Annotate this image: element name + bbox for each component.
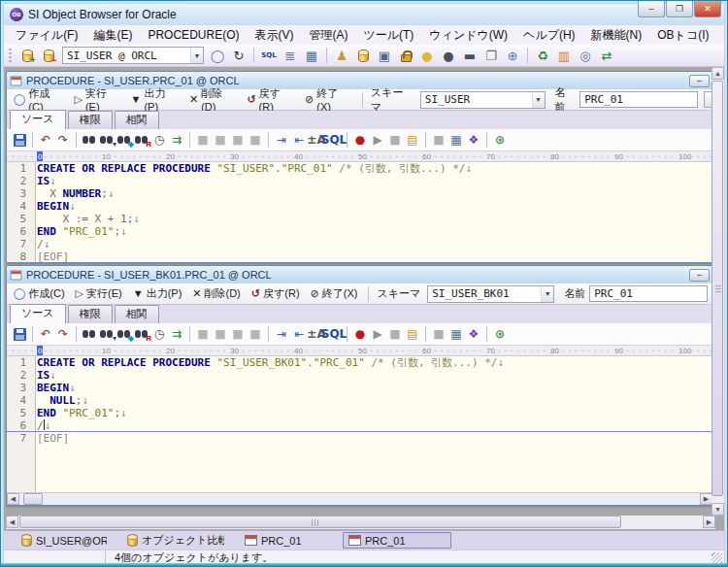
- mdi-horizontal-scrollbar[interactable]: ◀ ▶: [6, 516, 715, 529]
- macro-record-button[interactable]: ●: [351, 131, 369, 149]
- code-line[interactable]: 5END "PRC_01";↓: [7, 407, 712, 419]
- code-line[interactable]: 4BEGIN↓: [7, 200, 712, 213]
- child-minimize-button[interactable]: –: [689, 75, 710, 87]
- execute-button[interactable]: ▷実行(E): [76, 286, 122, 301]
- macro-play-button[interactable]: ▶: [369, 131, 386, 149]
- compile-button[interactable]: ⊛: [491, 131, 509, 149]
- code-line[interactable]: 7/↓: [7, 238, 712, 250]
- scroll-down-icon[interactable]: ▼: [711, 503, 724, 516]
- source-editor[interactable]: 1CREATE OR REPLACE PROCEDURE "SI_USER_BK…: [7, 356, 712, 492]
- user-button[interactable]: ♟: [332, 46, 351, 65]
- sql-format-button[interactable]: SQL: [325, 325, 343, 343]
- database-list-button[interactable]: [353, 46, 373, 65]
- script-button[interactable]: ≣: [281, 46, 300, 65]
- save-button[interactable]: [11, 131, 28, 149]
- scrollbar-thumb[interactable]: [711, 81, 723, 496]
- create-button[interactable]: ◯作成(C): [14, 86, 63, 113]
- outdent-button[interactable]: ⇤: [290, 325, 308, 343]
- menu-item-3[interactable]: 表示(V): [247, 25, 301, 45]
- code-line[interactable]: 5 X := X + 1;↓: [7, 213, 712, 225]
- code-line[interactable]: 3 X NUMBER;↓: [7, 187, 712, 200]
- revert-button[interactable]: ↺戻す(R): [251, 286, 300, 301]
- scrollbar-thumb[interactable]: [19, 516, 621, 528]
- find-next-button[interactable]: ▾: [98, 131, 116, 149]
- indent-button[interactable]: ⇥: [273, 131, 290, 149]
- dictionary-button[interactable]: ❖: [465, 325, 482, 343]
- toolbar-grip[interactable]: [9, 49, 12, 63]
- minimize-button[interactable]: –: [638, 1, 665, 17]
- source-editor[interactable]: 1CREATE OR REPLACE PROCEDURE "SI_USER"."…: [7, 162, 712, 262]
- taskbar-item-1[interactable]: オブジェクト比較: [121, 532, 230, 549]
- macro-stop-button[interactable]: ■: [386, 131, 404, 149]
- outdent-button[interactable]: ⇤: [290, 131, 308, 149]
- schema-combobox[interactable]: SI_USER_BK01 ▼: [427, 285, 554, 303]
- scrollbar-thumb[interactable]: [23, 493, 43, 505]
- scroll-right-icon[interactable]: ▶: [703, 516, 715, 528]
- maximize-button[interactable]: ❐: [666, 1, 693, 17]
- menu-item-7[interactable]: ヘルプ(H): [515, 25, 583, 45]
- tab-1[interactable]: 権限: [68, 111, 113, 129]
- taskbar-item-3[interactable]: PRC_01: [343, 532, 451, 549]
- code-line[interactable]: 2IS↓: [7, 175, 712, 187]
- revert-button[interactable]: ↺戻す(R): [247, 86, 294, 113]
- profile-button[interactable]: ▬: [460, 46, 480, 65]
- goto-line-button[interactable]: ⇉: [168, 325, 185, 343]
- dictionary-button[interactable]: ❖: [465, 131, 482, 149]
- compile-button[interactable]: ⊛: [491, 325, 509, 343]
- code-line[interactable]: 1CREATE OR REPLACE PROCEDURE "SI_USER"."…: [7, 162, 712, 175]
- chevron-down-icon[interactable]: ▼: [541, 286, 553, 302]
- replace-button[interactable]: R: [133, 325, 150, 343]
- chevron-down-icon[interactable]: ▼: [190, 48, 203, 63]
- data-grid-button[interactable]: ▦: [447, 325, 465, 343]
- code-line[interactable]: 1CREATE OR REPLACE PROCEDURE "SI_USER_BK…: [7, 356, 712, 369]
- taskbar-item-2[interactable]: PRC_01: [239, 532, 334, 549]
- tab-0[interactable]: ソース: [10, 110, 66, 129]
- scroll-left-icon[interactable]: ◀: [7, 493, 19, 505]
- compare-button[interactable]: ▥: [554, 46, 574, 65]
- undo-button[interactable]: ↶: [37, 325, 54, 343]
- sql-monitor-button[interactable]: ◎: [576, 46, 595, 65]
- find-prev-button[interactable]: ◆: [116, 325, 133, 343]
- option-button[interactable]: ■: [430, 325, 447, 343]
- network-button[interactable]: ⊕: [503, 46, 522, 65]
- code-line[interactable]: 2IS↓: [7, 369, 712, 382]
- find-button[interactable]: [81, 131, 98, 149]
- find-resume-button[interactable]: ◷: [150, 131, 168, 149]
- connect-database-button[interactable]: +: [17, 46, 37, 65]
- lock-button[interactable]: [396, 46, 415, 65]
- chevron-down-icon[interactable]: ▼: [532, 92, 545, 108]
- indent-button[interactable]: ⇥: [273, 325, 290, 343]
- save-button[interactable]: [11, 325, 28, 343]
- macro-open-button[interactable]: ▤: [404, 131, 421, 149]
- code-line[interactable]: 6END "PRC_01";↓: [7, 225, 712, 238]
- session-button[interactable]: ●: [417, 46, 437, 65]
- find-button[interactable]: [81, 325, 98, 343]
- sql-editor-button[interactable]: SQL: [259, 46, 279, 65]
- find-resume-button[interactable]: ◷: [150, 325, 168, 343]
- menu-item-2[interactable]: PROCEDURE(O): [140, 25, 247, 45]
- menu-item-6[interactable]: ウィンドウ(W): [421, 25, 515, 45]
- computer-button[interactable]: ▣: [375, 46, 394, 65]
- redo-button[interactable]: ↷: [54, 131, 72, 149]
- child-minimize-button[interactable]: –: [689, 269, 710, 282]
- goto-line-button[interactable]: ⇉: [168, 131, 185, 149]
- name-input[interactable]: [579, 91, 698, 108]
- mdi-vertical-scrollbar[interactable]: ▲ ▼: [711, 67, 724, 516]
- delete-button[interactable]: ✕削除(D): [192, 286, 241, 301]
- scrollbar-track[interactable]: [43, 493, 700, 505]
- data-transfer-button[interactable]: ⇄: [597, 46, 616, 65]
- redo-button[interactable]: ↷: [54, 325, 72, 343]
- close-button[interactable]: ✕: [694, 1, 721, 17]
- macro-stop-button[interactable]: ■: [386, 325, 404, 343]
- grid-button[interactable]: ▦: [302, 46, 321, 65]
- child-title-bar[interactable]: PROCEDURE - SI_USER_BK01.PRC_01 @ ORCL –: [7, 266, 712, 284]
- role-button[interactable]: ●: [439, 46, 458, 65]
- menu-item-0[interactable]: ファイル(F): [8, 25, 85, 45]
- find-prev-button[interactable]: ◆: [116, 131, 133, 149]
- disconnect-database-button[interactable]: −: [39, 46, 58, 65]
- scroll-up-icon[interactable]: ▲: [711, 67, 724, 80]
- undo-button[interactable]: ↶: [37, 131, 54, 149]
- code-line[interactable]: 6/↓: [7, 419, 712, 432]
- menu-item-4[interactable]: 管理(A): [301, 25, 355, 45]
- schema-combobox[interactable]: SI_USER ▼: [420, 91, 546, 109]
